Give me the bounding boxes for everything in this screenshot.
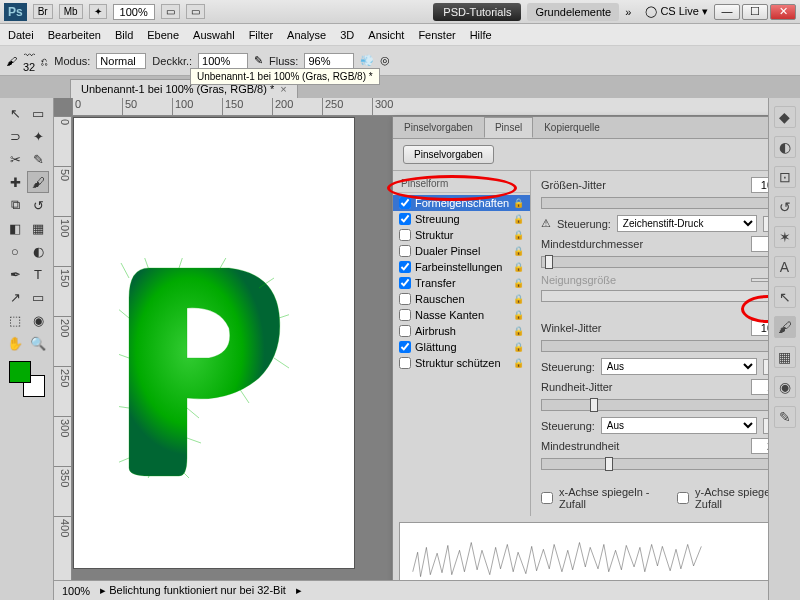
zoom-tool[interactable]: 🔍 (27, 332, 49, 354)
dodge-tool[interactable]: ◐ (27, 240, 49, 262)
steuerung1-select[interactable]: Zeichenstift-Druck (617, 215, 757, 232)
screen-mode-button[interactable]: ▭ (186, 4, 205, 19)
hand-tool[interactable]: ✋ (4, 332, 26, 354)
menu-ebene[interactable]: Ebene (147, 29, 179, 41)
lock-icon[interactable]: 🔒 (513, 342, 524, 352)
menu-hilfe[interactable]: Hilfe (470, 29, 492, 41)
workspace-tab-grund[interactable]: Grundelemente (527, 3, 619, 21)
history-panel-icon[interactable]: ↺ (774, 196, 796, 218)
lock-icon[interactable]: 🔒 (513, 310, 524, 320)
lock-icon[interactable]: 🔒 (513, 358, 524, 368)
workspace-tab-psd[interactable]: PSD-Tutorials (433, 3, 521, 21)
mindestrund-slider[interactable] (541, 458, 768, 470)
lock-icon[interactable]: 🔒 (513, 294, 524, 304)
groessen-jitter-value[interactable] (751, 177, 768, 193)
heal-tool[interactable]: ✚ (4, 171, 26, 193)
tablet-size-icon[interactable]: ◎ (380, 54, 390, 67)
lock-icon[interactable]: 🔒 (513, 198, 524, 208)
brush-option-nasse-kanten[interactable]: Nasse Kanten🔒 (393, 307, 530, 323)
brush-option-checkbox[interactable] (399, 277, 411, 289)
brush-option-airbrush[interactable]: Airbrush🔒 (393, 323, 530, 339)
type-tool[interactable]: T (27, 263, 49, 285)
blur-tool[interactable]: ○ (4, 240, 26, 262)
color-panel-icon[interactable]: ◉ (774, 376, 796, 398)
lasso-tool[interactable]: ⊃ (4, 125, 26, 147)
xachse-checkbox[interactable] (541, 492, 553, 504)
brush-option-checkbox[interactable] (399, 341, 411, 353)
brush-option-struktur-schützen[interactable]: Struktur schützen🔒 (393, 355, 530, 371)
winkel-jitter-value[interactable] (751, 320, 768, 336)
menu-analyse[interactable]: Analyse (287, 29, 326, 41)
layers-panel-icon[interactable]: ◆ (774, 106, 796, 128)
brush-option-checkbox[interactable] (399, 261, 411, 273)
lock-icon[interactable]: 🔒 (513, 262, 524, 272)
character-panel-icon[interactable]: A (774, 256, 796, 278)
minibridge-button[interactable]: Mb (59, 4, 83, 19)
document-canvas[interactable] (74, 118, 354, 568)
steuerung2-select[interactable]: Aus (601, 358, 757, 375)
brush-option-checkbox[interactable] (399, 325, 411, 337)
mindestrund-value[interactable] (751, 438, 768, 454)
status-zoom[interactable]: 100% (62, 585, 90, 597)
crop-tool[interactable]: ✂ (4, 148, 26, 170)
rundheit-value[interactable] (751, 379, 768, 395)
brush-panel-icon[interactable]: 🖌 (774, 316, 796, 338)
pinselform-header[interactable]: Pinselform (393, 175, 530, 193)
zoom-dropdown[interactable]: 100% (113, 4, 155, 20)
brush-tool[interactable]: 🖌 (27, 171, 49, 193)
brush-option-struktur[interactable]: Struktur🔒 (393, 227, 530, 243)
menu-3d[interactable]: 3D (340, 29, 354, 41)
rundheit-slider[interactable] (541, 399, 768, 411)
history-brush-tool[interactable]: ↺ (27, 194, 49, 216)
view-button[interactable]: ▭ (161, 4, 180, 19)
groessen-jitter-slider[interactable] (541, 197, 768, 209)
pen-tool[interactable]: ✒ (4, 263, 26, 285)
eyedropper-tool[interactable]: ✎ (27, 148, 49, 170)
cursor-icon[interactable]: ↖ (774, 286, 796, 308)
brush-option-rauschen[interactable]: Rauschen🔒 (393, 291, 530, 307)
lock-icon[interactable]: 🔒 (513, 230, 524, 240)
navigator-panel-icon[interactable]: ⊡ (774, 166, 796, 188)
brush-option-farbeinstellungen[interactable]: Farbeinstellungen🔒 (393, 259, 530, 275)
brush-option-checkbox[interactable] (399, 309, 411, 321)
hand-button[interactable]: ✦ (89, 4, 107, 19)
mindest-slider[interactable] (541, 256, 768, 268)
winkel-jitter-slider[interactable] (541, 340, 768, 352)
brush-option-transfer[interactable]: Transfer🔒 (393, 275, 530, 291)
modus-select[interactable] (96, 53, 146, 69)
mindest-value[interactable] (751, 236, 768, 252)
close-button[interactable]: ✕ (770, 4, 796, 20)
gradient-tool[interactable]: ▦ (27, 217, 49, 239)
menu-ansicht[interactable]: Ansicht (368, 29, 404, 41)
stamp-tool[interactable]: ⧉ (4, 194, 26, 216)
lock-icon[interactable]: 🔒 (513, 246, 524, 256)
yachse-checkbox[interactable] (677, 492, 689, 504)
styles-panel-icon[interactable]: ✎ (774, 406, 796, 428)
shape-tool[interactable]: ▭ (27, 286, 49, 308)
actions-panel-icon[interactable]: ✶ (774, 226, 796, 248)
maximize-button[interactable]: ☐ (742, 4, 768, 20)
brush-option-glättung[interactable]: Glättung🔒 (393, 339, 530, 355)
cslive-button[interactable]: ◯ CS Live ▾ (645, 5, 708, 18)
airbrush-icon[interactable]: 💨 (360, 54, 374, 67)
camera-tool[interactable]: ◉ (27, 309, 49, 331)
brush-panel-toggle-icon[interactable]: ⎌ (41, 55, 48, 67)
brush-option-checkbox[interactable] (399, 293, 411, 305)
brush-option-checkbox[interactable] (399, 213, 411, 225)
tab-kopierquelle[interactable]: Kopierquelle (533, 117, 611, 138)
brush-option-formeigenschaften[interactable]: Formeigenschaften🔒 (393, 195, 530, 211)
color-swatches[interactable] (9, 361, 45, 397)
brush-option-streuung[interactable]: Streuung🔒 (393, 211, 530, 227)
deckkr-input[interactable] (198, 53, 248, 69)
brush-option-dualer-pinsel[interactable]: Dualer Pinsel🔒 (393, 243, 530, 259)
pinselvorgaben-button[interactable]: Pinselvorgaben (403, 145, 494, 164)
tablet-opacity-icon[interactable]: ✎ (254, 54, 263, 67)
lock-icon[interactable]: 🔒 (513, 326, 524, 336)
brush-preview-icon[interactable]: 〰 (24, 49, 35, 61)
fluss-input[interactable] (304, 53, 354, 69)
tab-pinselvorgaben[interactable]: Pinselvorgaben (393, 117, 484, 138)
menu-bild[interactable]: Bild (115, 29, 133, 41)
brush-option-checkbox[interactable] (399, 245, 411, 257)
tab-pinsel[interactable]: Pinsel (484, 117, 533, 138)
move-tool[interactable]: ↖ (4, 102, 26, 124)
